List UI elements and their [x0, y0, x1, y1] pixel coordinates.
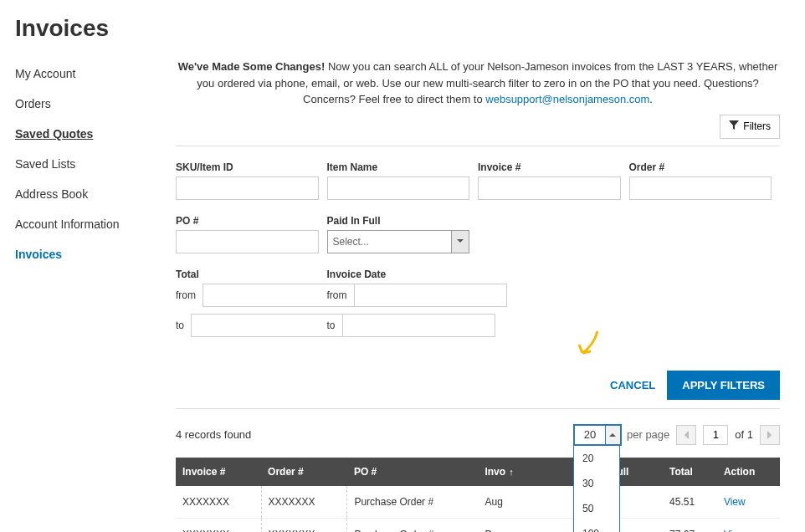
per-page-option[interactable]: 20	[574, 446, 619, 471]
date-to-input[interactable]	[342, 314, 495, 337]
sidebar-item-my-account[interactable]: My Account	[15, 59, 176, 89]
sidebar: My AccountOrdersSaved QuotesSaved ListsA…	[0, 42, 176, 532]
cell-order: XXXXXXX	[261, 518, 347, 532]
per-page-option[interactable]: 100	[574, 521, 619, 533]
total-label: Total	[176, 269, 319, 280]
sidebar-item-account-information[interactable]: Account Information	[15, 209, 176, 239]
total-from-label: from	[176, 289, 196, 301]
cell-action: View	[717, 486, 780, 519]
col-po[interactable]: PO #	[347, 458, 479, 486]
view-link[interactable]: View	[724, 529, 746, 533]
divider	[176, 146, 780, 146]
sidebar-item-invoices[interactable]: Invoices	[15, 239, 176, 269]
cell-invoice: XXXXXXX	[176, 518, 261, 532]
table-row: XXXXXXXXXXXXXXPurchase Order #DecY77.67V…	[176, 518, 780, 532]
per-page-option[interactable]: 50	[574, 496, 619, 521]
notice-email-link[interactable]: websupport@nelsonjameson.com	[485, 93, 649, 105]
per-page-select[interactable]: 20	[573, 424, 622, 446]
per-page-value: 20	[575, 426, 605, 444]
table-row: XXXXXXXXXXXXXXPurchase Order #AugY45.51V…	[176, 486, 780, 519]
total-to-input[interactable]	[191, 314, 344, 337]
cell-action: View	[717, 518, 780, 532]
apply-filters-button[interactable]: APPLY FILTERS	[667, 371, 780, 400]
total-to-label: to	[176, 320, 184, 331]
sku-input[interactable]	[176, 176, 319, 200]
invoice-num-label: Invoice #	[478, 161, 621, 173]
date-from-input[interactable]	[354, 284, 507, 307]
paid-in-full-select[interactable]: Select...	[327, 230, 470, 253]
item-name-label: Item Name	[327, 161, 470, 173]
next-page-button[interactable]	[760, 425, 780, 445]
paid-select-value: Select...	[327, 230, 452, 253]
sort-asc-icon: ↑	[509, 467, 514, 477]
paid-in-full-label: Paid In Full	[327, 215, 470, 227]
cell-date: Aug	[478, 486, 568, 519]
cell-total: 45.51	[663, 486, 717, 519]
invoices-table: Invoice # Order # PO # Invo↑ Paid In Ful…	[176, 458, 780, 533]
view-link[interactable]: View	[724, 496, 746, 508]
sidebar-item-saved-quotes[interactable]: Saved Quotes	[15, 119, 176, 149]
page-input[interactable]	[703, 425, 728, 445]
per-page-dropdown: 203050100200	[573, 446, 620, 533]
sku-label: SKU/Item ID	[176, 161, 319, 173]
per-page-label: per page	[627, 428, 669, 441]
col-action: Action	[717, 458, 780, 486]
per-page-option[interactable]: 30	[574, 471, 619, 496]
po-num-label: PO #	[176, 215, 319, 227]
divider	[176, 408, 780, 409]
main-content: We've Made Some Changes! Now you can sea…	[176, 42, 805, 532]
cell-date: Dec	[478, 518, 568, 532]
cell-po: Purchase Order #	[347, 486, 479, 519]
cancel-button[interactable]: CANCEL	[610, 379, 655, 391]
date-from-label: from	[327, 289, 347, 301]
cell-po: Purchase Order #	[347, 518, 479, 532]
page-of-label: of 1	[735, 428, 753, 441]
notice-tail: .	[649, 93, 653, 105]
cell-order: XXXXXXX	[261, 486, 347, 519]
page-title: Invoices	[0, 0, 805, 42]
sidebar-item-saved-lists[interactable]: Saved Lists	[15, 149, 176, 179]
invoice-date-label: Invoice Date	[327, 269, 470, 280]
col-total[interactable]: Total	[663, 458, 717, 486]
order-num-label: Order #	[629, 161, 772, 173]
filters-button-label: Filters	[743, 120, 771, 132]
sidebar-item-address-book[interactable]: Address Book	[15, 179, 176, 209]
notice-banner: We've Made Some Changes! Now you can sea…	[176, 59, 780, 108]
po-num-input[interactable]	[176, 230, 319, 253]
records-found: 4 records found	[176, 428, 251, 441]
invoice-num-input[interactable]	[478, 176, 621, 200]
filters-toggle-button[interactable]: Filters	[720, 115, 780, 139]
notice-bold: We've Made Some Changes!	[178, 60, 326, 73]
sidebar-item-orders[interactable]: Orders	[15, 89, 176, 119]
funnel-icon	[729, 120, 739, 133]
order-num-input[interactable]	[629, 176, 772, 200]
col-order[interactable]: Order #	[261, 458, 347, 486]
filter-panel: SKU/Item ID Item Name Invoice # Order # …	[176, 161, 780, 359]
col-invoice-date-label: Invo	[485, 466, 505, 478]
prev-page-button[interactable]	[676, 425, 696, 445]
chevron-down-icon	[451, 230, 469, 253]
cell-invoice: XXXXXXX	[176, 486, 261, 519]
cell-total: 77.67	[663, 518, 717, 532]
col-invoice-date[interactable]: Invo↑	[478, 458, 568, 486]
item-name-input[interactable]	[327, 176, 470, 200]
date-to-label: to	[327, 320, 336, 331]
col-invoice[interactable]: Invoice #	[176, 458, 261, 486]
chevron-up-icon	[605, 426, 620, 444]
